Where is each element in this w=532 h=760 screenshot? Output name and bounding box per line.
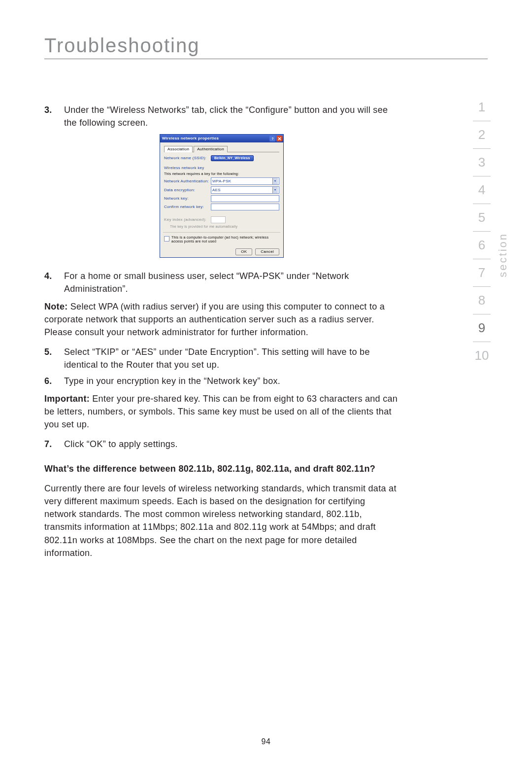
dialog-title: Wireless network properties	[162, 136, 219, 141]
section-nav: 1 2 3 4 5 6 7 8 9 10	[473, 94, 491, 369]
step-5-number: 5.	[44, 345, 64, 371]
ok-button[interactable]: OK	[235, 248, 252, 255]
wireless-properties-dialog: Wireless network properties ? Associatio…	[160, 134, 284, 258]
step-3-number: 3.	[44, 104, 64, 129]
step-3-text: Under the “Wireless Networks” tab, click…	[64, 104, 399, 129]
auto-key-text: The key is provided for me automatically	[170, 225, 237, 229]
important-paragraph: Important: Enter your pre-shared key. Th…	[44, 392, 399, 431]
faq-answer: Currently there are four levels of wirel…	[44, 482, 399, 559]
adhoc-checkbox[interactable]	[164, 236, 169, 242]
note-text: Select WPA (with radius server) if you a…	[44, 302, 385, 337]
svg-text:?: ?	[271, 137, 273, 140]
note-paragraph: Note: Select WPA (with radius server) if…	[44, 300, 399, 339]
wireless-key-section-label: Wireless network key	[164, 166, 279, 171]
page-number: 94	[0, 737, 532, 746]
step-5-text: Select “TKIP” or “AES” under “Date Encry…	[64, 345, 399, 371]
key-index-label: Key index (advanced):	[164, 217, 211, 222]
confirm-key-label: Confirm network key:	[164, 205, 211, 209]
enc-select[interactable]: AES ▾	[211, 186, 279, 194]
key-label: Network key:	[164, 196, 211, 201]
section-nav-2[interactable]: 2	[473, 121, 491, 149]
section-nav-label: section	[497, 233, 509, 277]
network-key-input[interactable]	[211, 195, 279, 202]
step-7-number: 7.	[44, 438, 64, 450]
section-nav-1[interactable]: 1	[473, 94, 491, 121]
enc-select-value: AES	[212, 188, 221, 193]
step-6-text: Type in your encryption key in the “Netw…	[64, 375, 399, 387]
tab-authentication[interactable]: Authentication	[194, 146, 228, 152]
ssid-label: Network name (SSID):	[164, 156, 211, 161]
tab-association[interactable]: Association	[164, 146, 193, 152]
important-label: Important:	[44, 394, 90, 404]
ssid-button[interactable]: Belkin_NY_Wireless	[211, 155, 254, 161]
section-nav-10[interactable]: 10	[473, 342, 491, 369]
dialog-titlebar: Wireless network properties ?	[160, 135, 283, 142]
adhoc-text: This is a computer-to-computer (ad hoc) …	[171, 236, 279, 244]
enc-label: Data encryption:	[164, 188, 211, 193]
manual-page: Troubleshooting 1 2 3 4 5 6 7 8 9 10 sec…	[0, 0, 532, 760]
section-nav-3[interactable]: 3	[473, 149, 491, 176]
step-4-number: 4.	[44, 270, 64, 295]
section-nav-4[interactable]: 4	[473, 176, 491, 204]
faq-heading: What’s the difference between 802.11b, 8…	[44, 462, 399, 475]
step-6-number: 6.	[44, 375, 64, 387]
step-4-text: For a home or small business user, selec…	[64, 270, 399, 295]
help-icon[interactable]: ?	[269, 136, 275, 141]
section-nav-8[interactable]: 8	[473, 287, 491, 314]
important-text: Enter your pre-shared key. This can be f…	[44, 394, 398, 429]
auth-label: Network Authentication:	[164, 179, 211, 184]
auth-select-value: WPA-PSK	[212, 179, 231, 184]
cancel-button[interactable]: Cancel	[255, 248, 279, 255]
auth-select[interactable]: WPA-PSK ▾	[211, 177, 279, 185]
section-nav-7[interactable]: 7	[473, 259, 491, 287]
note-label: Note:	[44, 302, 68, 311]
wireless-key-hint: This network requires a key for the foll…	[164, 172, 279, 176]
step-7-text: Click “OK” to apply settings.	[64, 438, 399, 450]
page-title: Troubleshooting	[44, 35, 488, 59]
chevron-down-icon: ▾	[272, 187, 278, 193]
body-text: 3. Under the “Wireless Networks” tab, cl…	[44, 104, 399, 559]
confirm-key-input[interactable]	[211, 204, 279, 210]
section-nav-5[interactable]: 5	[473, 204, 491, 232]
section-nav-6[interactable]: 6	[473, 232, 491, 259]
section-nav-9[interactable]: 9	[473, 314, 491, 342]
chevron-down-icon: ▾	[272, 178, 278, 184]
key-index-input	[211, 216, 226, 223]
close-icon[interactable]	[276, 136, 282, 141]
